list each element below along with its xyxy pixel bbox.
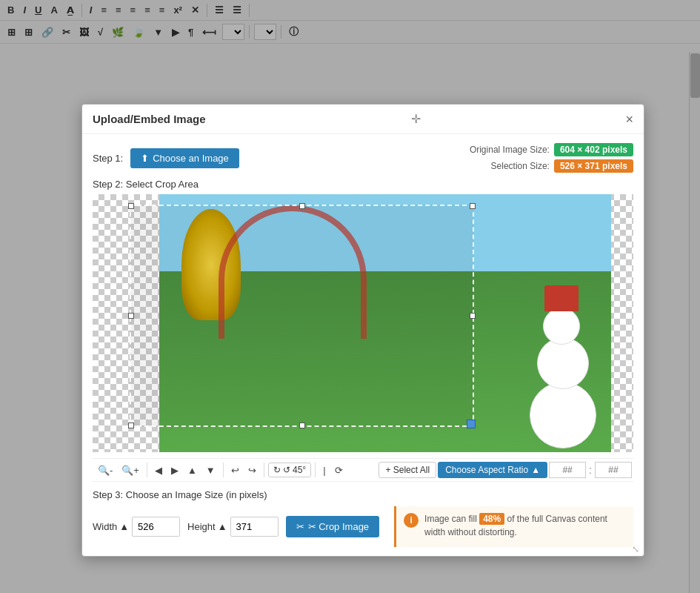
img-tb-sep2 [223, 463, 224, 477]
height-group: Height ▲ [187, 517, 278, 537]
snowman-body-mid [537, 337, 589, 389]
original-size-badge: 604 × 402 pixels [554, 143, 633, 156]
info-text: Image can fill 48% of the full Canvas co… [424, 512, 626, 539]
step1-label: Step 1: [93, 153, 123, 164]
undo-button[interactable]: ↩ [227, 463, 243, 478]
width-label: Width ▲ [93, 521, 129, 532]
modal-header: Upload/Embed Image ✛ × [82, 105, 644, 134]
pipe-button[interactable]: | [319, 463, 329, 478]
modal-title: Upload/Embed Image [93, 113, 206, 125]
info-icon: i [404, 513, 419, 528]
zoom-out-button[interactable]: 🔍- [94, 463, 116, 478]
rotate-button[interactable]: ↻ ↺ 45° [268, 463, 311, 477]
step1-left: Step 1: ⬆ Choose an Image [93, 148, 239, 168]
move-down-button[interactable]: ▼ [202, 463, 219, 478]
choose-image-label: Choose an Image [153, 153, 229, 164]
info-text-before: Image can fill [424, 514, 477, 524]
step3-header: Step 3: Choose an Image Size (in pixels) [93, 489, 633, 500]
step3-row: Width ▲ Height ▲ ✂ ✂ Crop Image [93, 506, 633, 547]
step3-label: Step 3: Choose an Image Size (in pixels) [93, 489, 267, 500]
crop-handle-br[interactable] [467, 420, 476, 428]
modal-body: Step 1: ⬆ Choose an Image Original Image… [82, 134, 644, 556]
upload-icon: ⬆ [141, 153, 149, 164]
select-all-label: + Select All [385, 465, 430, 475]
aspect-ratio-button[interactable]: Choose Aspect Ratio ▲ [438, 462, 547, 478]
info-percentage: 48% [479, 513, 504, 525]
crop-handle-ml[interactable] [128, 313, 134, 319]
crop-handle-bl[interactable] [128, 423, 134, 428]
choose-image-button[interactable]: ⬆ Choose an Image [130, 148, 239, 168]
selection-size-badge: 526 × 371 pixels [554, 159, 633, 173]
height-input[interactable] [230, 517, 279, 537]
step1-row: Step 1: ⬆ Choose an Image Original Image… [93, 143, 633, 173]
size-info: Original Image Size: 604 × 402 pixels Se… [470, 143, 633, 173]
move-up-button[interactable]: ▲ [184, 463, 201, 478]
crop-image-label: ✂ Crop Image [308, 521, 370, 532]
height-arrow-icon: ▲ [218, 521, 227, 532]
zoom-in-button[interactable]: 🔍+ [118, 463, 143, 478]
snowman-body-bottom [530, 382, 596, 448]
width-label-text: Width [93, 521, 117, 532]
selection-size-row: Selection Size: 526 × 371 pixels [491, 159, 633, 173]
aspect-width-input[interactable] [549, 462, 586, 478]
upload-embed-modal: Upload/Embed Image ✛ × Step 1: ⬆ Choose … [81, 104, 644, 557]
image-toolbar: 🔍- 🔍+ ◀ ▶ ▲ ▼ ↩ ↪ ↻ ↺ 45° | ⟳ [93, 458, 633, 482]
snowman-head [543, 308, 580, 345]
modal-resize-handle[interactable]: ⤡ [632, 544, 642, 554]
step2-label: Step 2: Select Crop Area [93, 179, 633, 190]
editor-background: B I U A A̲ I ≡ ≡ ≡ ≡ ≡ x² ✕ ☰ ☰ ⊞ ⊞ 🔗 ✂ … [0, 0, 700, 593]
redo-button[interactable]: ↪ [244, 463, 260, 478]
info-panel: i Image can fill 48% of the full Canvas … [394, 506, 633, 547]
crop-selection[interactable] [130, 205, 474, 427]
selection-label: Selection Size: [491, 161, 550, 171]
img-tb-sep4 [315, 463, 316, 477]
snowman-hat [544, 285, 579, 311]
width-group: Width ▲ [93, 517, 180, 537]
modal-close-button[interactable]: × [625, 113, 633, 126]
crop-handle-tm[interactable] [299, 203, 305, 209]
drag-icon: ✛ [411, 112, 421, 126]
move-left-button[interactable]: ◀ [151, 463, 166, 478]
aspect-arrow-icon: ▲ [531, 465, 540, 475]
img-tb-sep3 [264, 463, 264, 477]
rotate-label: ↺ 45° [283, 465, 306, 475]
crop-handle-bm[interactable] [299, 423, 305, 428]
original-label: Original Image Size: [470, 145, 550, 155]
height-label-text: Height [187, 521, 216, 532]
original-size-row: Original Image Size: 604 × 402 pixels [470, 143, 633, 156]
crop-image-button[interactable]: ✂ ✂ Crop Image [286, 516, 380, 537]
height-label: Height ▲ [187, 521, 227, 532]
aspect-ratio-label: Choose Aspect Ratio [445, 465, 528, 475]
rotate-icon: ↻ [273, 465, 281, 475]
crop-handle-tl[interactable] [128, 203, 134, 209]
width-arrow-icon: ▲ [119, 521, 129, 532]
image-canvas[interactable] [93, 194, 633, 452]
img-tb-sep1 [147, 463, 147, 477]
crop-handle-mr[interactable] [470, 313, 476, 319]
aspect-height-input[interactable] [595, 462, 632, 478]
width-input[interactable] [132, 517, 180, 537]
crop-handle-tr[interactable] [470, 203, 476, 209]
refresh-button[interactable]: ⟳ [331, 463, 347, 478]
move-right-button[interactable]: ▶ [167, 463, 182, 478]
crop-icon: ✂ [296, 521, 304, 532]
aspect-separator: : [587, 464, 593, 476]
select-all-button[interactable]: + Select All [379, 462, 436, 478]
